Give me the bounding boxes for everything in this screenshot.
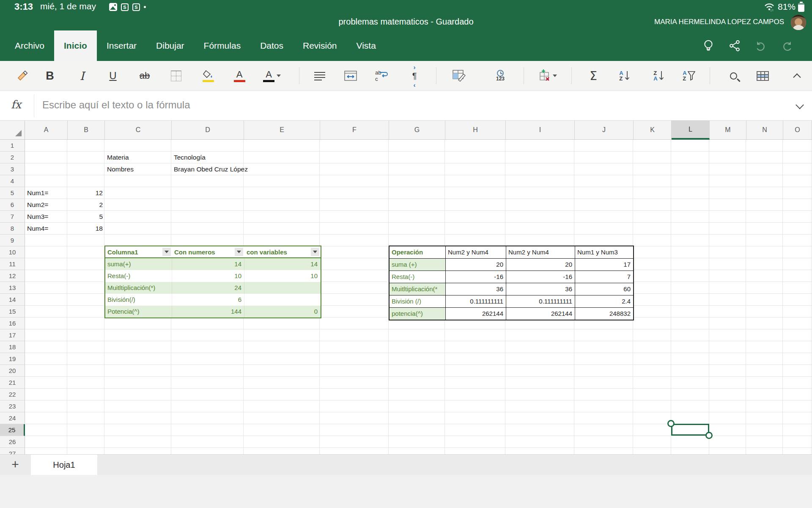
table2-cell-r0c3[interactable]: 17 [575,259,633,271]
table2-header-2[interactable]: Num2 y Num4 [506,246,575,258]
paragraph-marks-button[interactable]: ›¶‹ [403,64,425,88]
cells-area[interactable]: MateriaTecnologíaNombresBrayan Obed Cruz… [25,140,812,454]
alignment-button[interactable] [309,64,331,88]
table2-cell-r4c3[interactable]: 248832 [575,308,633,320]
cell-A5[interactable]: Num1= [25,187,68,199]
table1-cell-r3c1[interactable]: 6 [172,294,244,306]
column-header-O[interactable]: O [783,121,812,140]
redo-icon[interactable] [774,39,800,52]
cell-styles-button[interactable] [448,64,470,88]
row-header-18[interactable]: 18 [0,341,25,353]
row-header-22[interactable]: 22 [0,389,25,400]
table2-header-1[interactable]: Num2 y Num4 [446,246,506,258]
row-header-21[interactable]: 21 [0,377,25,389]
undo-icon[interactable] [748,39,774,52]
borders-button[interactable] [165,64,187,88]
cell-A6[interactable]: Num2= [25,199,68,211]
number-format-button[interactable]: 123 [489,64,511,88]
row-header-3[interactable]: 3 [0,163,25,175]
table2-cell-r1c0[interactable]: Resta(-) [390,271,445,283]
table2-cell-r4c1[interactable]: 262144 [446,308,506,320]
fill-color-button[interactable] [197,64,219,88]
table1-cell-r0c0[interactable]: suma(+) [105,258,172,270]
column-header-G[interactable]: G [389,121,445,140]
freeze-panes-button[interactable] [752,64,774,88]
table2-cell-r2c0[interactable]: Muitltiplicación(* [390,283,445,295]
filter-dropdown-button[interactable] [311,248,319,256]
column-header-D[interactable]: D [172,121,244,140]
sort-ascending-button[interactable]: AZ [614,64,636,88]
table2-cell-r2c1[interactable]: 36 [446,283,506,295]
row-header-4[interactable]: 4 [0,175,25,187]
table2-cell-r2c2[interactable]: 36 [506,283,575,295]
row-header-12[interactable]: 12 [0,270,25,282]
autosum-button[interactable]: Σ [582,64,604,88]
table2-cell-r1c1[interactable]: -16 [446,271,506,283]
sort-descending-button[interactable]: ZA [648,64,670,88]
row-header-9[interactable]: 9 [0,235,25,246]
wrap-text-button[interactable]: ab c [370,64,392,88]
table2-cell-r4c2[interactable]: 262144 [506,308,575,320]
filter-dropdown-button[interactable] [162,248,171,256]
row-header-7[interactable]: 7 [0,211,25,223]
column-header-B[interactable]: B [68,121,105,140]
cell-A8[interactable]: Num4= [25,223,68,235]
row-header-10[interactable]: 10 [0,246,25,258]
table2-cell-r0c1[interactable]: 20 [446,259,506,271]
format-painter-button[interactable] [11,64,33,88]
row-header-20[interactable]: 20 [0,365,25,377]
column-header-E[interactable]: E [244,121,320,140]
selection-handle-top-left[interactable] [667,420,675,427]
share-icon[interactable] [721,39,748,52]
table2-cell-r0c0[interactable]: suma (+) [390,259,445,271]
tab-inicio[interactable]: Inicio [54,30,97,61]
row-header-2[interactable]: 2 [0,152,25,163]
cell-D2[interactable]: Tecnología [172,152,244,163]
collapse-ribbon-button[interactable] [786,64,808,88]
column-header-N[interactable]: N [746,121,783,140]
cell-B8[interactable]: 18 [68,223,105,235]
active-cell-selection[interactable] [671,424,709,436]
tab-formulas[interactable]: Fórmulas [194,30,251,61]
tab-archivo[interactable]: Archivo [5,30,54,61]
tell-me-lightbulb-icon[interactable] [695,39,721,52]
table1-header-2[interactable]: con variables [244,246,321,258]
column-header-F[interactable]: F [320,121,389,140]
sheet-tab-hoja1[interactable]: Hoja1 [31,455,97,475]
formula-input-placeholder[interactable]: Escribe aquí el texto o la fórmula [42,99,190,111]
italic-button[interactable]: I [71,64,93,88]
table2-cell-r1c2[interactable]: -16 [506,271,575,283]
row-header-17[interactable]: 17 [0,329,25,341]
column-header-K[interactable]: K [634,121,672,140]
column-header-J[interactable]: J [575,121,634,140]
table2-cell-r2c3[interactable]: 60 [575,283,633,295]
column-header-H[interactable]: H [445,121,506,140]
cell-C3[interactable]: Nombres [105,163,172,175]
table2-header-0[interactable]: Operación [390,246,445,258]
table1-cell-r1c1[interactable]: 10 [172,270,244,282]
row-header-26[interactable]: 26 [0,436,25,448]
tab-revision[interactable]: Revisión [293,30,347,61]
tab-dibujar[interactable]: Dibujar [146,30,194,61]
cell-B7[interactable]: 5 [68,211,105,223]
column-header-C[interactable]: C [105,121,172,140]
table1-cell-r1c2[interactable]: 10 [244,270,321,282]
table2-cell-r1c3[interactable]: 7 [575,271,633,283]
table1-cell-r4c1[interactable]: 144 [172,306,244,318]
table2-cell-r4c0[interactable]: potencia(^) [390,308,445,320]
row-header-23[interactable]: 23 [0,400,25,412]
table1-cell-r0c1[interactable]: 14 [172,258,244,270]
tab-datos[interactable]: Datos [250,30,293,61]
cell-C2[interactable]: Materia [105,152,172,163]
row-header-19[interactable]: 19 [0,353,25,365]
table1-cell-r2c0[interactable]: Muitltiplicación(*) [105,282,172,294]
table2-cell-r3c3[interactable]: 2.4 [575,295,633,307]
table2-cell-r3c1[interactable]: 0.111111111 [446,295,506,307]
strikethrough-button[interactable]: ab [134,64,156,88]
column-header-A[interactable]: A [25,121,68,140]
text-color-picker-button[interactable]: A [258,64,286,88]
row-header-24[interactable]: 24 [0,412,25,424]
column-header-M[interactable]: M [710,121,746,140]
cell-B6[interactable]: 2 [68,199,105,211]
add-sheet-button[interactable]: + [8,457,23,472]
